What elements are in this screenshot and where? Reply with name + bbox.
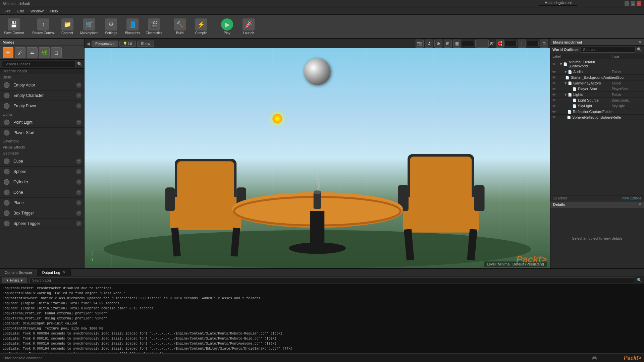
- fov-input[interactable]: 10: [462, 41, 474, 46]
- paint-mode-btn[interactable]: 🖌: [15, 47, 25, 58]
- close-button[interactable]: ✕: [637, 1, 641, 6]
- console-command-input[interactable]: [3, 356, 589, 360]
- launch-toolbar-btn[interactable]: 🚀 Launch: [238, 16, 259, 37]
- menu-window[interactable]: Window: [27, 8, 47, 14]
- tree-item-9[interactable]: 👁 📄 SphereReflectionSphereRefle: [550, 115, 644, 120]
- menu-edit[interactable]: Edit: [14, 8, 27, 14]
- filters-button[interactable]: ▼ Filters ▼: [2, 278, 27, 283]
- compile-toolbar-btn[interactable]: ⚡ Compile: [191, 16, 211, 37]
- geometry-mode-btn[interactable]: ◻: [51, 47, 62, 58]
- more-icon-btn[interactable]: ⋮: [518, 40, 526, 48]
- category-basic[interactable]: Basic: [0, 74, 84, 80]
- show-button[interactable]: Show: [137, 41, 154, 47]
- save-current-toolbar-btn[interactable]: 💾 Save Current: [3, 16, 25, 37]
- tree-item-2[interactable]: 👁 📄 Starter_BackgroundAmbientSou: [550, 75, 644, 80]
- actor-item-sphere[interactable]: Sphere ?: [0, 167, 84, 177]
- build-toolbar-btn[interactable]: 🔨 Build: [170, 16, 190, 37]
- panel-close-icon[interactable]: ✕: [638, 40, 641, 44]
- menu-help[interactable]: Help: [47, 8, 61, 14]
- empty-actor-info-btn[interactable]: ?: [76, 82, 82, 88]
- actor-item-cube[interactable]: Cube ?: [0, 156, 84, 167]
- details-close-icon[interactable]: ✕: [638, 202, 641, 207]
- category-lights[interactable]: Lights: [0, 111, 84, 117]
- angle-icon-btn[interactable]: [475, 40, 489, 48]
- player-start-info-btn[interactable]: ?: [76, 130, 82, 135]
- tree-expand-3[interactable]: ▼: [564, 81, 568, 85]
- tab-close-output-log[interactable]: ✕: [63, 270, 66, 275]
- sphere-trigger-info-btn[interactable]: ?: [76, 221, 82, 226]
- place-mode-btn[interactable]: ✚: [3, 47, 13, 58]
- blueprints-toolbar-btn[interactable]: 📘 Blueprints: [122, 16, 143, 37]
- outliner-search-input[interactable]: [581, 47, 636, 53]
- tab-content-browser[interactable]: Content Browser: [0, 269, 37, 276]
- actor-item-point-light[interactable]: Point Light ?: [0, 117, 84, 128]
- category-geometry[interactable]: Geometry: [0, 150, 84, 156]
- landscape-mode-btn[interactable]: ⛰: [27, 47, 38, 58]
- cinematics-toolbar-btn[interactable]: 🎬 Cinematics: [144, 16, 164, 37]
- extra-num-input[interactable]: 4: [527, 41, 539, 46]
- snap-icon-btn[interactable]: 🧲: [496, 40, 504, 48]
- menu-file[interactable]: File: [1, 8, 14, 14]
- cube-info-btn[interactable]: ?: [76, 159, 82, 164]
- actor-item-plane[interactable]: Plane ?: [0, 198, 84, 208]
- grid-size-input[interactable]: 0.25: [504, 41, 517, 46]
- layout-icon-btn[interactable]: ▦: [453, 40, 461, 48]
- search-icon[interactable]: 🔍: [77, 62, 82, 66]
- lit-button[interactable]: 💡 Lit: [119, 41, 136, 47]
- tree-item-1[interactable]: 👁 ▼ 📄 Audio Folder: [550, 69, 644, 75]
- visibility-icon-0[interactable]: 👁: [552, 62, 558, 66]
- foliage-mode-btn[interactable]: 🌿: [39, 47, 50, 58]
- tree-item-6[interactable]: 👁 📄 Light Source DirectionalL: [550, 98, 644, 103]
- play-toolbar-btn[interactable]: ▶ Play: [217, 16, 237, 37]
- visibility-icon-5[interactable]: 👁: [552, 93, 558, 97]
- tree-expand-1[interactable]: ▼: [564, 70, 568, 74]
- cone-info-btn[interactable]: ?: [76, 190, 82, 195]
- visibility-icon-6[interactable]: 👁: [552, 99, 558, 102]
- visibility-icon-8[interactable]: 👁: [552, 110, 557, 114]
- sphere-info-btn[interactable]: ?: [76, 169, 82, 174]
- log-search-icon[interactable]: 🔍: [637, 278, 642, 283]
- visibility-icon-4[interactable]: 👁: [552, 87, 558, 91]
- actor-item-sphere-trigger[interactable]: Sphere Trigger ?: [0, 219, 84, 229]
- point-light-info-btn[interactable]: ?: [76, 120, 82, 125]
- category-cinematic[interactable]: Cinematic: [0, 138, 84, 144]
- 3d-viewport[interactable]: Level: Minimal_Default (Persistent) Z X …: [85, 48, 550, 268]
- box-trigger-info-btn[interactable]: ?: [76, 210, 82, 216]
- minimize-button[interactable]: ─: [625, 1, 629, 6]
- tree-item-3[interactable]: 👁 ▼ 📄 GamePlayActors Folder: [550, 80, 644, 86]
- log-search-input[interactable]: [29, 277, 635, 283]
- tree-item-5[interactable]: 👁 ▼ 📄 Lights Folder: [550, 92, 644, 98]
- view-options-btn[interactable]: View Options: [622, 196, 641, 200]
- visibility-icon-9[interactable]: 👁: [552, 116, 556, 119]
- category-visual-effects[interactable]: Visual Effects: [0, 144, 84, 150]
- actor-item-empty-actor[interactable]: Empty Actor ?: [0, 80, 84, 90]
- grid-icon-btn[interactable]: ⊞: [444, 40, 452, 48]
- visibility-icon-3[interactable]: 👁: [552, 81, 558, 85]
- camera-icon-btn[interactable]: 📷: [416, 40, 424, 48]
- rotate-icon-btn[interactable]: ↺: [425, 40, 433, 48]
- content-toolbar-btn[interactable]: 📁 Content: [57, 16, 77, 37]
- maximize-button[interactable]: □: [631, 1, 635, 6]
- perspective-button[interactable]: Perspective: [92, 41, 118, 47]
- cylinder-info-btn[interactable]: ?: [76, 179, 82, 185]
- marketplace-toolbar-btn[interactable]: 🛒 Marketplace: [79, 16, 100, 37]
- search-classes-input[interactable]: [2, 61, 76, 67]
- transform-icon-btn[interactable]: ⊕: [434, 40, 442, 48]
- tree-item-4[interactable]: 👁 📄 Player Start PlayerStart: [550, 86, 644, 92]
- source-control-toolbar-btn[interactable]: ↑ Source Control: [31, 16, 56, 37]
- outliner-search-icon[interactable]: 🔍: [637, 47, 642, 52]
- tree-item-0[interactable]: 👁 ▼ 📄 Minimal_Default (EditoWorld: [550, 59, 644, 69]
- plane-info-btn[interactable]: ?: [76, 200, 82, 205]
- empty-pawn-info-btn[interactable]: ?: [76, 103, 82, 109]
- tree-expand-0[interactable]: ▼: [559, 62, 563, 66]
- visibility-icon-2[interactable]: 👁: [552, 76, 556, 79]
- empty-character-info-btn[interactable]: ?: [76, 93, 82, 98]
- actor-item-empty-pawn[interactable]: Empty Pawn ?: [0, 101, 84, 111]
- visibility-icon-7[interactable]: 👁: [552, 104, 558, 108]
- actor-item-cylinder[interactable]: Cylinder ?: [0, 177, 84, 187]
- actor-item-empty-character[interactable]: Empty Character ?: [0, 90, 84, 101]
- tree-item-8[interactable]: 👁 📄 ReflectionCaptureFolder: [550, 109, 644, 115]
- visibility-icon-1[interactable]: 👁: [552, 70, 558, 74]
- tree-expand-5[interactable]: ▼: [564, 93, 568, 97]
- actor-item-box-trigger[interactable]: Box Trigger ?: [0, 208, 84, 219]
